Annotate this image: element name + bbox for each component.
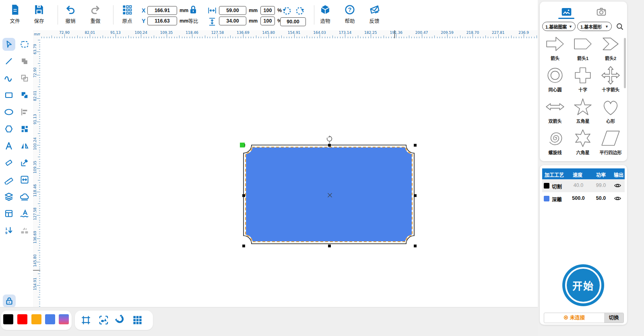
- height-input[interactable]: [219, 17, 246, 25]
- layer-color-swatch[interactable]: [544, 196, 549, 201]
- tool-select[interactable]: [2, 38, 15, 51]
- undo-button[interactable]: 撤销: [58, 4, 83, 25]
- create-button[interactable]: 造物: [313, 4, 337, 25]
- tool-break-apart[interactable]: [18, 224, 31, 237]
- shape-item-arrow1[interactable]: 箭头1: [570, 34, 596, 61]
- file-button[interactable]: 文件: [3, 4, 27, 25]
- shape-item-arrow[interactable]: 箭头: [542, 34, 568, 61]
- cursor-position-marker: [394, 30, 395, 38]
- start-button[interactable]: 开始: [562, 264, 604, 306]
- process-row-engrave[interactable]: 深雕 500.0 50.0: [542, 192, 625, 205]
- tool-weld[interactable]: [18, 55, 31, 68]
- tool-arrange[interactable]: [18, 122, 31, 135]
- shape-item-cross[interactable]: 十字: [570, 65, 596, 93]
- origin-anchor-handle[interactable]: [240, 143, 245, 147]
- shape-item-parallelogram[interactable]: 平行四边形: [597, 128, 624, 156]
- ruler-tick: [128, 35, 129, 38]
- shape-item-double-arrow[interactable]: 双箭头: [542, 97, 568, 124]
- tool-text[interactable]: [2, 139, 15, 152]
- shape-library-scrollbar[interactable]: [624, 38, 626, 88]
- color-swatch-gradient[interactable]: [59, 314, 69, 324]
- color-swatch-orange[interactable]: [31, 314, 41, 324]
- color-swatch-black[interactable]: [3, 314, 13, 324]
- switch-device-button[interactable]: 切换: [604, 313, 623, 323]
- color-swatch-blue[interactable]: [45, 314, 55, 324]
- shape-item-partial[interactable]: [542, 160, 568, 161]
- double-arrow-shape-icon: [542, 97, 568, 117]
- redo-button[interactable]: 重做: [83, 4, 107, 25]
- tool-eraser[interactable]: [2, 156, 15, 169]
- preview-trace-icon[interactable]: [98, 315, 109, 326]
- tool-line[interactable]: [2, 55, 15, 68]
- tool-intersect[interactable]: [18, 89, 31, 102]
- category-dropdown[interactable]: 1.基础图案▼: [542, 22, 576, 31]
- tool-polygon[interactable]: [2, 122, 15, 135]
- tool-distribute[interactable]: [18, 173, 31, 186]
- shape-item-star5[interactable]: 五角星: [570, 97, 596, 124]
- lock-ratio-button[interactable]: 等比: [181, 4, 205, 25]
- redo-icon: [83, 4, 107, 16]
- shape-item-spiral[interactable]: 螺旋线: [542, 128, 568, 156]
- shape-item-concentric[interactable]: 同心圆: [542, 65, 568, 93]
- height-percent-input[interactable]: [260, 17, 275, 25]
- selection-handle-w[interactable]: [242, 194, 245, 197]
- selection-handle-se[interactable]: [414, 245, 417, 247]
- search-icon[interactable]: [616, 23, 624, 31]
- tool-cloud[interactable]: [18, 190, 31, 203]
- tool-layers[interactable]: [2, 190, 15, 203]
- cross-arrows-shape-icon: [597, 65, 624, 85]
- tab-gallery[interactable]: [557, 6, 575, 18]
- process-row-cut[interactable]: 切割 40.0 99.0: [542, 179, 625, 192]
- origin-button[interactable]: 原点: [115, 4, 139, 25]
- artboard-frame-icon[interactable]: [80, 315, 91, 326]
- lock-canvas-button[interactable]: [3, 295, 16, 307]
- ruler-label: 227.81: [489, 31, 507, 35]
- tool-rectangle[interactable]: [2, 89, 15, 102]
- tool-node-edit[interactable]: [18, 156, 31, 169]
- canvas[interactable]: [40, 38, 538, 307]
- selection-handle-n[interactable]: [328, 144, 331, 147]
- tool-mirror[interactable]: [18, 139, 31, 152]
- feedback-button[interactable]: 反馈: [362, 4, 386, 25]
- width-input[interactable]: [219, 6, 246, 15]
- layer-color-swatch[interactable]: [544, 183, 549, 189]
- color-swatch-red[interactable]: [17, 314, 27, 324]
- width-percent-input[interactable]: [260, 6, 275, 15]
- shape-item-star6[interactable]: 六角星: [570, 128, 596, 156]
- subcategory-dropdown[interactable]: 1.基本图形▼: [577, 22, 612, 31]
- shape-item-partial[interactable]: [597, 160, 624, 161]
- tool-align[interactable]: [18, 106, 31, 118]
- rotate-cw-icon[interactable]: [295, 6, 305, 16]
- shape-item-heart[interactable]: 心形: [597, 97, 624, 124]
- magnet-snap-icon[interactable]: [115, 315, 126, 326]
- selection-handle-s[interactable]: [328, 245, 331, 247]
- tool-order[interactable]: 19: [2, 224, 15, 237]
- shape-item-arrow2[interactable]: 箭头2: [597, 34, 624, 61]
- tool-subtract[interactable]: [18, 72, 31, 85]
- ruler-tick: [230, 35, 231, 38]
- x-input[interactable]: [147, 6, 177, 15]
- help-button[interactable]: ? 帮助: [338, 4, 362, 25]
- save-button[interactable]: 保存: [27, 4, 51, 25]
- rotate-ccw-icon[interactable]: [282, 6, 292, 16]
- y-input[interactable]: [147, 17, 177, 25]
- ruler-label: 109.35: [33, 161, 37, 174]
- tool-curve[interactable]: [2, 72, 15, 85]
- selection-handle-ne[interactable]: [414, 144, 417, 147]
- tool-table[interactable]: [2, 207, 15, 220]
- rotate-input[interactable]: [280, 17, 306, 26]
- ruler-label: 191.36: [387, 31, 405, 35]
- selection-handle-e[interactable]: [414, 194, 417, 197]
- chevron-down-icon: ▼: [605, 25, 609, 29]
- tool-marquee[interactable]: [18, 38, 31, 51]
- output-eye-icon[interactable]: [614, 182, 621, 189]
- tool-ellipse[interactable]: [2, 106, 15, 118]
- ruler-label: 145.80: [33, 254, 37, 267]
- selection-handle-sw[interactable]: [242, 245, 245, 247]
- shape-item-cross-arrows[interactable]: 十字箭头: [597, 65, 624, 93]
- tool-text-path[interactable]: [18, 207, 31, 220]
- grid-icon[interactable]: [132, 315, 143, 326]
- output-eye-icon[interactable]: [614, 195, 621, 202]
- tab-camera[interactable]: [592, 6, 610, 18]
- tool-measure[interactable]: [2, 173, 15, 186]
